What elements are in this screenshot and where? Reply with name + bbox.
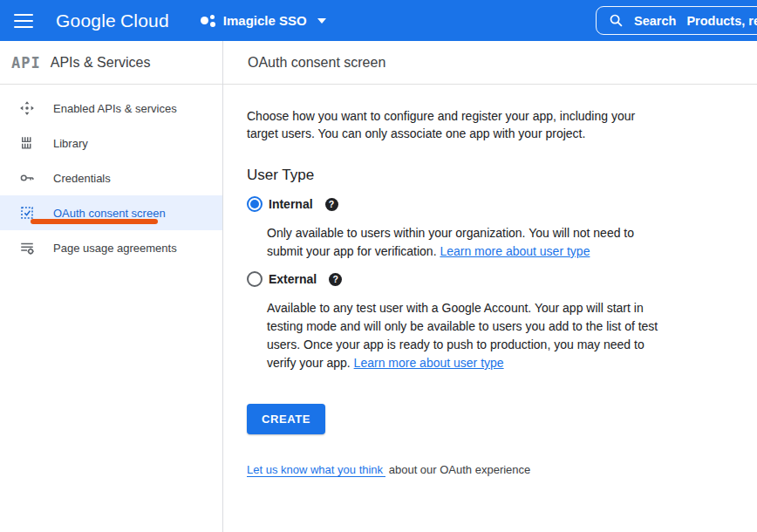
search-input[interactable]: Search Products, res — [596, 6, 757, 35]
page-header: OAuth consent screen — [223, 41, 757, 85]
annotation-underline — [31, 219, 158, 224]
user-type-option-external: External ? Available to any test user wi… — [247, 271, 740, 372]
sidebar-item-label: Page usage agreements — [53, 242, 177, 255]
page-content: Choose how you want to configure and reg… — [223, 85, 757, 476]
page-agreements-icon — [19, 240, 35, 256]
intro-text: Choose how you want to configure and reg… — [247, 107, 740, 142]
external-label: External — [269, 272, 317, 286]
search-icon — [609, 13, 624, 28]
help-icon[interactable]: ? — [325, 198, 338, 211]
sidebar-header: API APIs & Services — [0, 41, 222, 85]
feedback-link[interactable]: Let us know what you think — [247, 463, 385, 477]
user-type-heading: User Type — [247, 167, 740, 184]
sidebar-item-label: Library — [53, 137, 88, 150]
page-title: OAuth consent screen — [248, 55, 385, 71]
project-name: Imagicle SSO — [223, 13, 307, 28]
google-cloud-logo[interactable]: GoogleCloud — [56, 10, 169, 31]
project-icon — [201, 13, 216, 29]
enabled-apis-icon — [19, 100, 35, 116]
external-learn-more-link[interactable]: Learn more about user type — [354, 356, 504, 370]
sidebar-item-oauth-consent-screen[interactable]: OAuth consent screen — [0, 195, 222, 230]
api-logo-icon: API — [11, 54, 41, 72]
key-icon — [19, 170, 35, 186]
sidebar-item-library[interactable]: Library — [0, 126, 222, 160]
library-icon — [19, 135, 35, 151]
sidebar-nav: Enabled APIs & services Library — [0, 85, 222, 265]
external-description: Available to any test user with a Google… — [267, 299, 740, 372]
internal-label: Internal — [269, 197, 313, 211]
feedback-line: Let us know what you think about our OAu… — [247, 463, 740, 476]
sidebar-item-label: Credentials — [53, 172, 111, 185]
create-button[interactable]: CREATE — [247, 404, 325, 434]
sidebar-item-label: Enabled APIs & services — [53, 102, 177, 115]
internal-description: Only available to users within your orga… — [267, 224, 740, 261]
sidebar-item-enabled-apis[interactable]: Enabled APIs & services — [0, 91, 222, 126]
sidebar-item-label: OAuth consent screen — [53, 207, 166, 220]
feedback-text: about our OAuth experience — [385, 463, 530, 476]
top-app-bar: GoogleCloud Imagicle SSO Search Products… — [0, 0, 757, 41]
sidebar: API APIs & Services Enabled APIs & servi… — [0, 41, 223, 532]
sidebar-item-page-usage-agreements[interactable]: Page usage agreements — [0, 230, 222, 265]
help-icon[interactable]: ? — [329, 273, 342, 286]
menu-icon[interactable] — [14, 14, 33, 28]
search-placeholder: Products, res — [686, 14, 757, 28]
external-radio[interactable] — [247, 271, 263, 287]
sidebar-title: APIs & Services — [51, 55, 151, 71]
chevron-down-icon — [317, 18, 326, 24]
internal-radio[interactable] — [247, 196, 263, 212]
internal-learn-more-link[interactable]: Learn more about user type — [440, 244, 590, 258]
project-selector[interactable]: Imagicle SSO — [201, 13, 326, 29]
search-label: Search — [634, 14, 676, 28]
main-panel: OAuth consent screen Choose how you want… — [223, 41, 757, 532]
user-type-option-internal: Internal ? Only available to users withi… — [247, 196, 740, 261]
sidebar-item-credentials[interactable]: Credentials — [0, 160, 222, 195]
